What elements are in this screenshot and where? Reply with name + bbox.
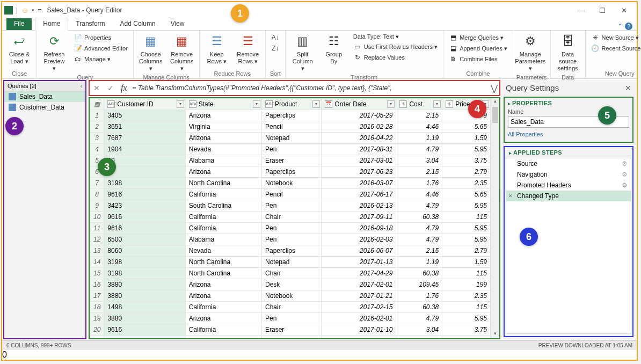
fx-icon[interactable]: fx — [118, 83, 130, 93]
cell[interactable]: Eraser — [261, 324, 321, 336]
cell[interactable]: 2.79 — [442, 166, 491, 178]
cell[interactable]: 2.35 — [442, 178, 491, 189]
split-column-button[interactable]: ▥Split Column ▾ — [289, 32, 317, 73]
cell[interactable]: California — [185, 189, 261, 200]
cell[interactable]: 2017-02-15 — [322, 302, 396, 313]
combine-files-button[interactable]: 🗎Combine Files — [447, 54, 509, 64]
cell[interactable]: Paperclips — [261, 110, 321, 121]
column-filter-icon[interactable]: ▾ — [387, 100, 395, 108]
cell[interactable]: 3651 — [104, 336, 185, 339]
table-row[interactable]: 209616CaliforniaEraser2017-01-103.043.75 — [90, 324, 491, 336]
column-header[interactable]: ABCState▾ — [185, 99, 261, 110]
advanced-editor-button[interactable]: 📝Advanced Editor — [71, 43, 130, 53]
cell[interactable]: 9616 — [104, 189, 185, 200]
cell[interactable]: Alabama — [185, 155, 261, 166]
qat-dropdown[interactable]: ▾ — [32, 8, 34, 13]
cell[interactable]: 2016-03-07 — [322, 178, 396, 189]
cell[interactable]: Paperclips — [261, 166, 321, 178]
cell[interactable]: 2017-01-13 — [322, 257, 396, 268]
cell[interactable]: 2017-06-23 — [322, 166, 396, 178]
settings-close-icon[interactable]: ✕ — [625, 84, 631, 92]
manage-parameters-button[interactable]: ⚙Manage Parameters ▾ — [516, 32, 544, 73]
cell[interactable]: 199 — [442, 279, 491, 290]
cell[interactable]: North Carolina — [185, 268, 261, 279]
cell[interactable]: 2.15 — [396, 245, 442, 257]
cell[interactable]: 5.95 — [442, 200, 491, 212]
scroll-down-icon[interactable]: ▾ — [491, 331, 499, 338]
cell[interactable]: Pen — [261, 223, 321, 234]
keep-rows-button[interactable]: ☰Keep Rows ▾ — [203, 32, 231, 66]
cell[interactable]: 4.46 — [396, 121, 442, 133]
cell[interactable]: 60.38 — [396, 302, 442, 313]
cell[interactable]: 60.38 — [396, 268, 442, 279]
gear-icon[interactable]: ⚙ — [622, 181, 628, 189]
cell[interactable]: 2017-03-17 — [322, 336, 396, 339]
table-row[interactable]: 163880ArizonaDesk2017-02-01109.45199 — [90, 279, 491, 290]
row-number[interactable]: 12 — [90, 234, 104, 245]
row-number[interactable]: 18 — [90, 302, 104, 313]
new-source-button[interactable]: ✳New Source ▾ — [589, 33, 641, 42]
row-number[interactable]: 15 — [90, 268, 104, 279]
cell[interactable]: Paperclips — [261, 245, 321, 257]
cell[interactable]: 115 — [442, 212, 491, 223]
replace-values-button[interactable]: ↻Replace Values — [351, 53, 440, 62]
cell[interactable]: Nevada — [185, 144, 261, 155]
all-properties-link[interactable]: All Properties — [508, 131, 629, 137]
scroll-thumb[interactable] — [492, 107, 498, 123]
cell[interactable]: 1498 — [104, 302, 185, 313]
close-button[interactable]: ✕ — [613, 4, 635, 17]
formula-accept-icon[interactable]: ✓ — [104, 84, 118, 92]
cell[interactable]: 1.59 — [442, 257, 491, 268]
cell[interactable]: Pen — [261, 313, 321, 324]
cell[interactable]: Arizona — [185, 279, 261, 290]
column-filter-icon[interactable]: ▾ — [433, 100, 441, 108]
cell[interactable]: 3.04 — [396, 155, 442, 166]
cell[interactable]: California — [185, 212, 261, 223]
row-number[interactable]: 10 — [90, 212, 104, 223]
row-number[interactable]: 21 — [90, 336, 104, 339]
column-header[interactable]: $Cost▾ — [396, 99, 442, 110]
table-row[interactable]: 13405ArizonaPaperclips2017-05-292.152.79 — [90, 110, 491, 121]
cell[interactable]: 3405 — [104, 110, 185, 121]
cell[interactable]: 3423 — [104, 200, 185, 212]
cell[interactable]: 3880 — [104, 290, 185, 302]
cell[interactable]: 9616 — [104, 324, 185, 336]
cell[interactable]: 2016-02-01 — [322, 313, 396, 324]
cell[interactable]: 1.76 — [396, 290, 442, 302]
cell[interactable]: 3.04 — [396, 324, 442, 336]
cell[interactable]: Arizona — [185, 110, 261, 121]
cell[interactable]: 9616 — [104, 212, 185, 223]
row-header-corner[interactable]: ▦ — [90, 99, 104, 110]
type-icon[interactable]: $ — [399, 100, 407, 108]
cell[interactable]: 2017-06-17 — [322, 189, 396, 200]
datatype-button[interactable]: Data Type: Text ▾ — [351, 33, 440, 41]
cell[interactable]: 4.46 — [396, 189, 442, 200]
cell[interactable]: 60.38 — [396, 212, 442, 223]
cell[interactable]: 2016-02-13 — [322, 200, 396, 212]
recent-sources-button[interactable]: 🕘Recent Sources ▾ — [589, 43, 641, 53]
cell[interactable]: 3198 — [104, 268, 185, 279]
cell[interactable]: 5.95 — [442, 144, 491, 155]
row-number[interactable]: 20 — [90, 324, 104, 336]
cell[interactable]: Chair — [261, 268, 321, 279]
cell[interactable]: Chair — [261, 302, 321, 313]
cell[interactable]: 3.75 — [442, 336, 491, 339]
gear-icon[interactable]: ⚙ — [622, 171, 628, 178]
cell[interactable]: 2.15 — [396, 110, 442, 121]
cell[interactable]: 2017-01-10 — [322, 324, 396, 336]
gear-icon[interactable]: ⚙ — [622, 160, 628, 168]
cell[interactable]: 2017-02-01 — [322, 279, 396, 290]
cell[interactable]: 2016-02-28 — [322, 121, 396, 133]
tab-home[interactable]: Home — [35, 18, 68, 31]
datasource-settings-button[interactable]: 🗄Data source settings — [554, 32, 582, 73]
cell[interactable]: North Carolina — [185, 257, 261, 268]
cell[interactable]: 9616 — [104, 223, 185, 234]
append-queries-button[interactable]: ⬓Append Queries ▾ — [447, 43, 509, 53]
applied-step[interactable]: Changed Type — [506, 191, 631, 201]
query-item[interactable]: Customer_Data — [4, 102, 85, 113]
applied-step[interactable]: Source⚙ — [506, 158, 631, 169]
cell[interactable]: 3198 — [104, 257, 185, 268]
cell[interactable]: California — [185, 223, 261, 234]
sort-asc-button[interactable]: A↓ — [269, 33, 282, 42]
cell[interactable]: 7687 — [104, 133, 185, 144]
